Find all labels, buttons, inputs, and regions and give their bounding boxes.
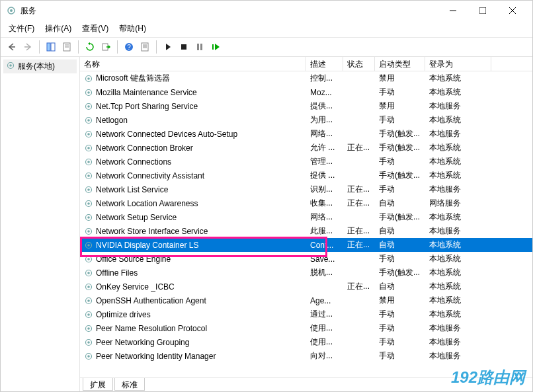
menu-view[interactable]: 查看(V) <box>78 22 112 36</box>
properties-button[interactable] <box>60 40 74 54</box>
gear-icon <box>84 130 93 139</box>
menu-action[interactable]: 操作(A) <box>41 22 75 36</box>
gear-icon <box>6 5 17 16</box>
forward-button[interactable] <box>20 40 35 54</box>
service-name: Peer Networking Grouping <box>96 338 189 347</box>
service-description: Cont... <box>306 241 343 250</box>
service-description: 管理... <box>306 156 343 167</box>
service-name: OpenSSH Authentication Agent <box>96 296 206 305</box>
gear-icon <box>84 310 93 319</box>
service-row[interactable]: Network Connected Devices Auto-Setup网络..… <box>80 127 532 141</box>
stop-service-button[interactable] <box>177 40 191 54</box>
service-description: 为用... <box>306 114 343 126</box>
service-row[interactable]: Peer Networking Grouping使用...手动本地服务 <box>80 335 532 349</box>
service-description: 使用... <box>306 323 343 334</box>
service-row[interactable]: Network Setup Service网络...手动(触发...本地系统 <box>80 210 532 224</box>
service-row[interactable]: Net.Tcp Port Sharing Service提供...禁用本地服务 <box>80 99 532 113</box>
svg-rect-20 <box>181 44 186 50</box>
help-button[interactable]: ? <box>122 40 136 54</box>
service-row[interactable]: OpenSSH Authentication AgentAge...禁用本地系统 <box>80 294 532 307</box>
service-name: Network Connections <box>96 157 171 167</box>
properties-sheet-button[interactable] <box>138 40 152 54</box>
menubar: 文件(F) 操作(A) 查看(V) 帮助(H) <box>1 20 532 38</box>
service-description: 使用... <box>306 336 343 348</box>
close-button[interactable] <box>497 1 527 20</box>
show-hide-tree-button[interactable] <box>44 40 58 54</box>
back-button[interactable] <box>5 40 19 54</box>
service-description: 提供... <box>306 100 343 112</box>
svg-point-31 <box>87 105 90 108</box>
tree-pane: 服务(本地) <box>1 57 80 392</box>
gear-icon <box>84 296 93 305</box>
service-row[interactable]: Optimize drives通过...手动本地系统 <box>80 307 532 321</box>
service-description: Moz... <box>306 88 343 97</box>
svg-point-29 <box>87 91 90 94</box>
service-list[interactable]: Microsoft 键盘筛选器控制...禁用本地系统Mozilla Mainte… <box>80 71 532 377</box>
service-startup: 手动 <box>375 184 425 195</box>
service-row[interactable]: Peer Name Resolution Protocol使用...手动本地服务 <box>80 321 532 335</box>
service-row[interactable]: Network List Service识别...正在...手动本地服务 <box>80 182 532 196</box>
tabs: 扩展 标准 <box>80 377 532 392</box>
svg-point-27 <box>87 77 90 80</box>
service-name: Network Connection Broker <box>96 143 193 153</box>
service-logon: 本地系统 <box>425 295 491 306</box>
service-status: 正在... <box>343 184 375 195</box>
tab-extended[interactable]: 扩展 <box>83 378 113 391</box>
service-row[interactable]: OnKey Service _ICBC正在...自动本地系统 <box>80 280 532 294</box>
gear-icon <box>6 61 15 72</box>
service-description: 控制... <box>306 73 343 84</box>
service-row[interactable]: NVIDIA Display Container LSCont...正在...自… <box>80 238 532 252</box>
svg-point-53 <box>87 258 90 260</box>
service-logon: 本地系统 <box>425 239 491 251</box>
service-startup: 手动(触发... <box>375 267 425 278</box>
service-startup: 手动(触发... <box>375 142 425 153</box>
export-button[interactable] <box>99 40 113 54</box>
pause-service-button[interactable] <box>192 40 207 54</box>
start-service-button[interactable] <box>161 40 175 54</box>
service-row[interactable]: Peer Networking Identity Manager向对...手动本… <box>80 349 532 363</box>
service-row[interactable]: Network Connections管理...手动本地系统 <box>80 155 532 169</box>
main-area: 服务(本地) 名称 描述 状态 启动类型 登录为 Microsoft 键盘筛选器… <box>1 57 532 392</box>
toolbar-separator <box>156 40 157 54</box>
column-header-status[interactable]: 状态 <box>343 57 375 71</box>
service-row[interactable]: Network Connection Broker允许 ...正在...手动(触… <box>80 141 532 155</box>
column-header-description[interactable]: 描述 <box>306 57 343 71</box>
tab-standard[interactable]: 标准 <box>114 378 145 391</box>
window-controls <box>438 1 527 20</box>
service-description: 识别... <box>306 184 343 195</box>
svg-point-65 <box>87 341 90 344</box>
titlebar: 服务 <box>1 1 532 20</box>
service-startup: 自动 <box>375 239 425 251</box>
toolbar-separator <box>117 40 118 54</box>
column-header-name[interactable]: 名称 <box>80 57 306 71</box>
service-description: 允许 ... <box>306 142 343 153</box>
service-row[interactable]: Office Source EngineSave...手动本地系统 <box>80 252 532 266</box>
service-description: 通过... <box>306 309 343 320</box>
service-row[interactable]: Netlogon为用...手动本地系统 <box>80 113 532 127</box>
service-logon: 本地系统 <box>425 212 491 223</box>
service-row[interactable]: Network Connectivity Assistant提供 ...手动(触… <box>80 169 532 182</box>
service-startup: 手动(触发... <box>375 212 425 223</box>
svg-point-47 <box>87 216 90 219</box>
service-logon: 本地服务 <box>425 128 491 139</box>
service-row[interactable]: Offline Files脱机...手动(触发...本地系统 <box>80 266 532 280</box>
menu-help[interactable]: 帮助(H) <box>115 22 150 36</box>
service-logon: 本地服务 <box>425 184 491 195</box>
menu-file[interactable]: 文件(F) <box>5 22 38 36</box>
column-header-logon[interactable]: 登录为 <box>425 57 491 71</box>
restart-service-button[interactable] <box>208 40 223 54</box>
tree-root-services-local[interactable]: 服务(本地) <box>3 59 77 73</box>
maximize-button[interactable] <box>468 1 497 20</box>
service-logon: 本地服务 <box>425 100 491 112</box>
service-row[interactable]: Network Store Interface Service此服...正在..… <box>80 224 532 238</box>
refresh-button[interactable] <box>83 40 97 54</box>
service-row[interactable]: Mozilla Maintenance ServiceMoz...手动本地系统 <box>80 85 532 99</box>
column-header-startup[interactable]: 启动类型 <box>375 57 425 71</box>
service-row[interactable]: Network Location Awareness收集...正在...自动网络… <box>80 196 532 210</box>
service-row[interactable]: Microsoft 键盘筛选器控制...禁用本地系统 <box>80 71 532 85</box>
service-name: NVIDIA Display Container LS <box>96 241 198 250</box>
service-status: 正在... <box>343 225 375 237</box>
service-name: Net.Tcp Port Sharing Service <box>96 102 198 111</box>
minimize-button[interactable] <box>438 1 468 20</box>
svg-point-39 <box>87 161 90 163</box>
